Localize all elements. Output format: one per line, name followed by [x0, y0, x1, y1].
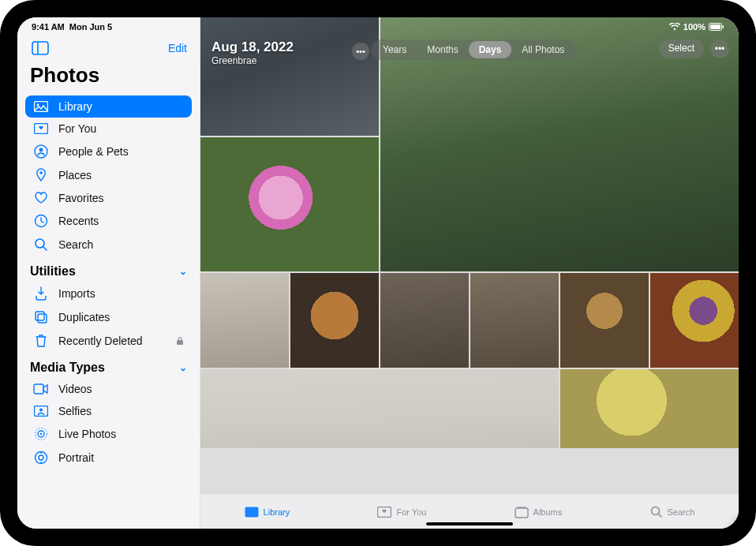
edit-button[interactable]: Edit [168, 42, 187, 54]
chevron-down-icon: ⌄ [179, 362, 187, 373]
sidebar-item-search[interactable]: Search [25, 233, 192, 256]
svg-point-9 [39, 148, 43, 152]
tab-label: For You [396, 507, 426, 517]
view-mode-all-photos[interactable]: All Photos [511, 41, 574, 58]
svg-rect-27 [245, 507, 258, 517]
selfie-icon [33, 406, 49, 417]
for-you-icon [33, 123, 49, 134]
photo-thumbnail[interactable] [200, 369, 559, 448]
photo-thumbnail[interactable] [200, 137, 379, 271]
svg-rect-5 [35, 102, 48, 112]
sidebar-item-library[interactable]: Library [25, 95, 192, 118]
sidebar-toggle-button[interactable] [30, 39, 51, 57]
sidebar-item-places[interactable]: Places [25, 163, 192, 187]
chevron-down-icon: ⌄ [179, 266, 187, 277]
svg-point-19 [39, 409, 43, 412]
sidebar-item-recently-deleted[interactable]: Recently Deleted [25, 329, 192, 353]
sidebar-item-recents[interactable]: Recents [25, 209, 192, 233]
section-title: Utilities [30, 264, 76, 279]
sidebar-item-label: Portrait [58, 451, 94, 464]
more-button[interactable]: ••• [352, 43, 369, 60]
photo-thumbnail[interactable] [200, 273, 289, 368]
svg-line-13 [43, 247, 47, 250]
photo-grid [200, 17, 739, 529]
sidebar-item-portrait[interactable]: Portrait [25, 446, 192, 469]
portrait-icon [33, 451, 49, 465]
sidebar-item-duplicates[interactable]: Duplicates [25, 305, 192, 329]
status-date: Mon Jun 5 [69, 22, 112, 32]
sidebar-item-label: People & Pets [58, 145, 129, 158]
lock-icon [176, 336, 184, 346]
sidebar-item-for-you[interactable]: For You [25, 118, 192, 140]
svg-rect-29 [515, 508, 528, 518]
sidebar-item-imports[interactable]: Imports [25, 282, 192, 305]
svg-rect-3 [32, 42, 48, 54]
sidebar-item-people-pets[interactable]: People & Pets [25, 140, 192, 163]
video-icon [33, 383, 49, 395]
sidebar-item-label: Recents [58, 215, 99, 227]
svg-point-12 [36, 239, 44, 248]
photo-thumbnail[interactable] [650, 273, 739, 368]
photo-thumbnail[interactable] [380, 273, 469, 368]
sidebar-item-favorites[interactable]: Favorites [25, 187, 192, 209]
photo-thumbnail[interactable] [200, 17, 379, 136]
photo-thumbnail[interactable] [560, 369, 739, 448]
status-bar: 9:41 AM Mon Jun 5 100% [17, 17, 739, 33]
tab-library[interactable]: Library [245, 507, 290, 518]
svg-rect-1 [710, 24, 720, 29]
view-mode-segmented: Years Months Days All Photos [371, 39, 576, 60]
sidebar-item-label: Selfies [58, 405, 92, 417]
sidebar-item-label: Favorites [58, 192, 104, 204]
sidebar-item-selfies[interactable]: Selfies [25, 400, 192, 422]
search-icon [33, 237, 49, 252]
svg-rect-14 [38, 314, 47, 323]
svg-point-22 [40, 433, 42, 435]
sidebar-item-live-photos[interactable]: Live Photos [25, 422, 192, 446]
sidebar-item-label: Library [58, 100, 92, 113]
live-photo-icon [33, 427, 49, 441]
grid-header: Aug 18, 2022 Greenbrae [211, 39, 294, 66]
tab-search[interactable]: Search [650, 506, 695, 518]
main-content: Aug 18, 2022 Greenbrae ••• Years Months … [200, 17, 739, 529]
section-header-media-types[interactable]: Media Types ⌄ [25, 353, 192, 378]
select-button[interactable]: Select [659, 39, 704, 58]
view-mode-days[interactable]: Days [469, 41, 512, 58]
search-icon [650, 506, 663, 518]
svg-point-6 [37, 104, 39, 107]
tab-for-you[interactable]: For You [377, 507, 426, 518]
view-mode-years[interactable]: Years [372, 41, 417, 58]
battery-pct: 100% [683, 22, 705, 32]
svg-line-32 [658, 514, 661, 517]
battery-icon [709, 23, 724, 31]
sidebar-item-label: For You [58, 122, 96, 135]
sidebar-item-label: Recently Deleted [58, 335, 143, 347]
places-icon [33, 168, 49, 182]
app-title: Photos [25, 63, 192, 95]
photo-thumbnail[interactable] [290, 273, 379, 368]
section-header-utilities[interactable]: Utilities ⌄ [25, 256, 192, 282]
more-options-button[interactable]: ••• [710, 39, 729, 58]
sidebar-item-label: Search [58, 238, 93, 251]
tab-label: Albums [533, 507, 563, 517]
svg-point-24 [39, 455, 43, 460]
home-indicator[interactable] [426, 522, 513, 525]
sidebar: Edit Photos Library For You [17, 17, 200, 529]
sidebar-item-videos[interactable]: Videos [25, 378, 192, 400]
svg-rect-2 [723, 25, 724, 28]
tab-label: Search [668, 507, 695, 517]
svg-rect-17 [34, 384, 43, 394]
view-mode-months[interactable]: Months [417, 41, 468, 58]
sidebar-item-label: Places [58, 169, 92, 181]
photo-thumbnail[interactable] [560, 273, 649, 368]
sidebar-item-label: Live Photos [58, 428, 116, 440]
import-icon [33, 286, 49, 301]
section-title: Media Types [30, 361, 105, 375]
photo-thumbnail[interactable] [470, 273, 559, 368]
grid-location: Greenbrae [211, 55, 294, 66]
tab-albums[interactable]: Albums [515, 506, 563, 518]
for-you-icon [377, 507, 391, 518]
sidebar-item-label: Videos [58, 383, 92, 395]
status-time: 9:41 AM [32, 22, 65, 32]
svg-point-10 [39, 171, 43, 174]
svg-rect-30 [517, 507, 526, 508]
